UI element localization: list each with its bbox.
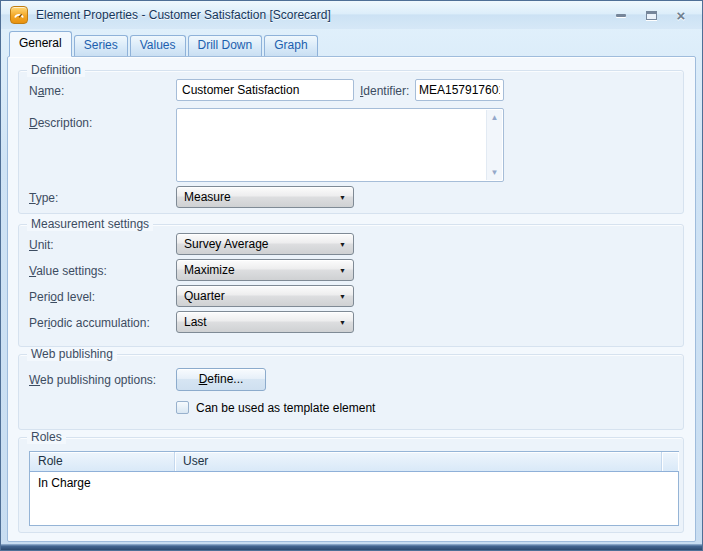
period-level-dropdown-value: Quarter	[184, 289, 335, 303]
scroll-up-icon[interactable]: ▲	[491, 113, 499, 122]
periodic-accumulation-dropdown[interactable]: Last ▼	[176, 311, 354, 333]
value-settings-dropdown[interactable]: Maximize ▼	[176, 259, 354, 281]
chevron-down-icon: ▼	[339, 267, 346, 274]
tab-values[interactable]: Values	[130, 35, 186, 56]
measurement-settings-group-label: Measurement settings	[27, 217, 153, 231]
window-bottom-border	[1, 544, 702, 550]
roles-table-header: Role User	[30, 452, 678, 472]
window-title: Element Properties - Customer Satisfacti…	[36, 8, 331, 22]
column-header-role[interactable]: Role	[30, 452, 175, 471]
period-level-dropdown[interactable]: Quarter ▼	[176, 285, 354, 307]
identifier-label: Identifier:	[360, 84, 409, 98]
unit-label: Unit:	[29, 238, 54, 252]
element-properties-window: Element Properties - Customer Satisfacti…	[0, 0, 703, 551]
chevron-down-icon: ▼	[339, 241, 346, 248]
column-header-user[interactable]: User	[175, 452, 662, 471]
maximize-button[interactable]	[644, 8, 658, 22]
tab-strip: General Series Values Drill Down Graph	[7, 30, 696, 56]
chevron-down-icon: ▼	[339, 319, 346, 326]
identifier-input[interactable]	[415, 79, 504, 101]
template-element-checkbox[interactable]	[176, 401, 189, 414]
close-button[interactable]: ×	[674, 8, 688, 22]
scroll-down-icon[interactable]: ▼	[491, 168, 499, 177]
chevron-down-icon: ▼	[339, 194, 346, 201]
tab-graph[interactable]: Graph	[264, 35, 317, 56]
periodic-accumulation-dropdown-value: Last	[184, 315, 335, 329]
measurement-settings-group: Measurement settings Unit: Survey Averag…	[18, 224, 684, 347]
web-publishing-options-label: Web publishing options:	[29, 373, 156, 387]
column-header-gutter	[662, 452, 678, 471]
template-element-checkbox-label: Can be used as template element	[196, 401, 375, 415]
tab-series[interactable]: Series	[74, 35, 128, 56]
description-label: Description:	[29, 116, 92, 130]
define-button[interactable]: Define...	[176, 368, 266, 391]
web-publishing-group-label: Web publishing	[27, 347, 117, 361]
periodic-accumulation-label: Periodic accumulation:	[29, 316, 150, 330]
period-level-label: Period level:	[29, 290, 95, 304]
type-dropdown[interactable]: Measure ▼	[176, 186, 354, 208]
name-label: Name:	[29, 84, 64, 98]
roles-table: Role User In Charge	[29, 451, 679, 526]
roles-group-label: Roles	[27, 430, 66, 444]
definition-group-label: Definition	[27, 63, 85, 77]
maximize-icon	[646, 11, 657, 20]
value-settings-dropdown-value: Maximize	[184, 263, 335, 277]
definition-group: Definition Name: Identifier: Description…	[18, 70, 684, 214]
type-label: Type:	[29, 191, 58, 205]
type-dropdown-value: Measure	[184, 190, 335, 204]
chevron-down-icon: ▼	[339, 293, 346, 300]
general-tab-page: Definition Name: Identifier: Description…	[7, 56, 696, 542]
web-publishing-group: Web publishing Web publishing options: D…	[18, 354, 684, 430]
value-settings-label: Value settings:	[29, 264, 107, 278]
unit-dropdown-value: Survey Average	[184, 237, 335, 251]
gauge-icon	[10, 6, 28, 24]
description-scrollbar[interactable]: ▲ ▼	[486, 110, 502, 180]
unit-dropdown[interactable]: Survey Average ▼	[176, 233, 354, 255]
tab-drill-down[interactable]: Drill Down	[188, 35, 263, 56]
tab-general[interactable]: General	[9, 31, 72, 57]
table-row[interactable]: In Charge	[30, 472, 678, 494]
roles-table-body: In Charge	[30, 472, 678, 525]
description-textarea[interactable]: ▲ ▼	[176, 108, 504, 182]
minimize-icon	[616, 14, 626, 17]
roles-group: Roles Role User In Charge	[18, 437, 684, 533]
close-icon: ×	[677, 8, 686, 23]
titlebar[interactable]: Element Properties - Customer Satisfacti…	[1, 1, 702, 29]
minimize-button[interactable]	[614, 8, 628, 22]
name-input[interactable]	[176, 79, 354, 101]
